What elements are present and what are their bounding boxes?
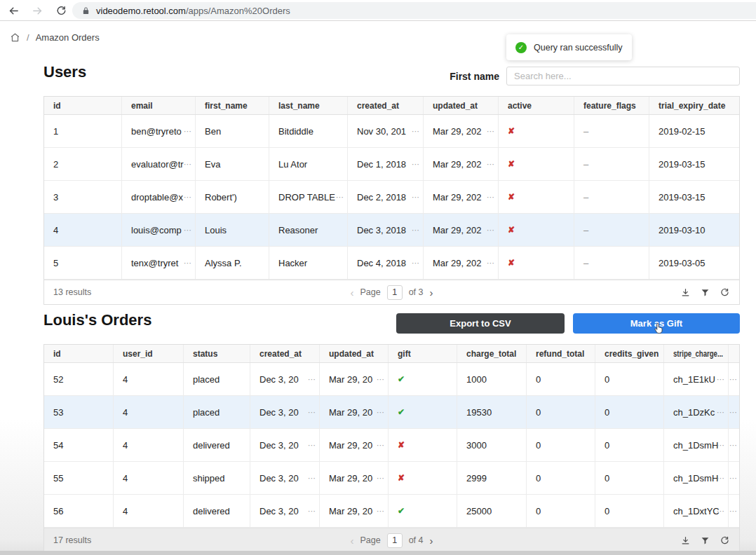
column-header[interactable]: trial_expiry_date <box>649 97 741 114</box>
table-cell: 4 <box>114 396 184 428</box>
column-header[interactable]: status <box>184 345 250 362</box>
table-cell: 2019-02-15 <box>649 115 741 147</box>
table-cell: 2 <box>44 148 122 180</box>
cross-icon: ✘ <box>398 473 405 483</box>
next-page-button[interactable]: › <box>430 535 433 547</box>
column-header[interactable] <box>729 345 741 362</box>
page: videodemo.retool.com/apps/Amazon%20Order… <box>0 0 756 555</box>
table-cell: Mar 29, 202⋯ <box>424 247 499 279</box>
cell-text: louis@comp <box>131 225 182 235</box>
table-row[interactable]: 544deliveredDec 3, 20⋯Mar 29, 20⋯✘300000… <box>44 429 739 462</box>
column-header[interactable]: id <box>44 97 122 114</box>
table-cell: 2019-03-15 <box>649 148 741 180</box>
cell-text: 53 <box>53 407 63 418</box>
cell-text: ch_1E1kU <box>673 374 715 385</box>
table-cell: 0 <box>595 429 664 461</box>
table-cell: ⋯ <box>729 363 741 395</box>
home-icon[interactable] <box>10 32 20 43</box>
table-cell: ✘ <box>499 214 574 246</box>
breadcrumb-current[interactable]: Amazon Orders <box>36 32 100 43</box>
column-header[interactable]: active <box>499 97 574 114</box>
filter-button[interactable] <box>701 288 710 297</box>
column-header[interactable]: id <box>44 345 114 362</box>
table-cell: Dec 2, 2018⋯ <box>348 181 424 213</box>
table-cell: Dec 3, 20⋯ <box>250 495 320 527</box>
table-row[interactable]: 1ben@tryreto⋯BenBitdiddleNov 30, 201⋯Mar… <box>44 115 739 148</box>
truncation-ellipsis-icon: ⋯ <box>184 160 191 168</box>
download-csv-button[interactable] <box>681 288 690 297</box>
page-number-input[interactable]: 1 <box>387 285 403 300</box>
table-row[interactable]: 564deliveredDec 3, 20⋯Mar 29, 20⋯✔250000… <box>44 495 739 528</box>
column-header[interactable]: stripe_charge... <box>664 345 729 362</box>
column-header[interactable]: updated_at <box>320 345 389 362</box>
column-header[interactable]: credits_given <box>595 345 664 362</box>
column-header[interactable]: last_name <box>269 97 348 114</box>
table-row[interactable]: 534placedDec 3, 20⋯Mar 29, 20⋯✔1953000ch… <box>44 396 739 429</box>
table-cell: ✘ <box>389 429 457 461</box>
table-cell: – <box>574 148 649 180</box>
filter-button[interactable] <box>701 536 710 545</box>
column-header[interactable]: first_name <box>196 97 269 114</box>
cross-icon: ✘ <box>508 159 515 169</box>
column-header[interactable]: feature_flags <box>574 97 649 114</box>
table-row[interactable]: 2evaluator@tr⋯EvaLu AtorDec 1, 2018⋯Mar … <box>44 148 739 181</box>
column-header[interactable]: created_at <box>348 97 424 114</box>
column-header[interactable]: created_at <box>250 345 320 362</box>
table-cell: DROP TABLE⋯ <box>269 181 348 213</box>
cell-text: Dec 3, 2018 <box>357 225 406 235</box>
next-page-button[interactable]: › <box>430 287 433 299</box>
url-bar[interactable]: videodemo.retool.com/apps/Amazon%20Order… <box>72 2 756 19</box>
table-cell: Mar 29, 20⋯ <box>320 396 389 428</box>
browser-refresh-button[interactable] <box>53 3 69 18</box>
column-header[interactable]: gift <box>389 345 457 362</box>
table-row[interactable]: 4louis@comp⋯LouisReasonerDec 3, 2018⋯Mar… <box>44 214 739 247</box>
page-number-input[interactable]: 1 <box>387 533 403 548</box>
column-header[interactable]: user_id <box>114 345 184 362</box>
cell-text: Mar 29, 202 <box>433 225 481 235</box>
table-cell: Dec 3, 2018⋯ <box>348 214 424 246</box>
cross-icon: ✘ <box>508 258 515 268</box>
prev-page-button[interactable]: ‹ <box>350 287 353 299</box>
table-cell: Reasoner <box>269 214 348 246</box>
cell-text: Alyssa P. <box>205 258 242 268</box>
table-cell: – <box>574 115 649 147</box>
export-csv-button[interactable]: Export to CSV <box>396 313 565 334</box>
table-cell: ✔ <box>389 363 457 395</box>
browser-back-button[interactable] <box>6 3 21 18</box>
truncation-ellipsis-icon: ⋯ <box>729 441 736 449</box>
cell-text: Dec 3, 20 <box>259 374 299 385</box>
table-row[interactable]: 524placedDec 3, 20⋯Mar 29, 20⋯✔100000ch_… <box>44 363 739 396</box>
table-cell: 4 <box>114 462 184 494</box>
table-cell: ben@tryreto⋯ <box>122 115 196 147</box>
cell-text: 0 <box>605 440 609 451</box>
table-cell: Mar 29, 202⋯ <box>424 214 499 246</box>
table-row[interactable]: 554shippedDec 3, 20⋯Mar 29, 20⋯✘299900ch… <box>44 462 739 495</box>
cell-text: 0 <box>536 374 541 385</box>
cell-text: Dec 1, 2018 <box>357 159 406 170</box>
prev-page-button[interactable]: ‹ <box>350 535 353 547</box>
column-header[interactable]: refund_total <box>527 345 595 362</box>
column-header[interactable]: email <box>122 97 196 114</box>
cell-text: delivered <box>193 440 230 451</box>
toast-message: Query ran successfully <box>534 43 622 53</box>
table-cell: 55 <box>44 462 114 494</box>
refresh-table-button[interactable] <box>720 536 729 545</box>
browser-forward-button[interactable] <box>29 3 45 18</box>
download-csv-button[interactable] <box>681 536 690 545</box>
column-header[interactable]: updated_at <box>424 97 499 114</box>
table-row[interactable]: 3droptable@x⋯Robert')DROP TABLE⋯Dec 2, 2… <box>44 181 739 214</box>
cell-text: 4 <box>53 225 58 235</box>
table-cell: Bitdiddle <box>269 115 348 147</box>
cross-icon: ✘ <box>398 440 405 450</box>
table-cell: 1000 <box>457 363 527 395</box>
table-cell: Dec 4, 2018⋯ <box>348 247 424 279</box>
table-cell: ⋯ <box>729 462 741 494</box>
first-name-filter-label: First name <box>387 71 499 82</box>
refresh-table-button[interactable] <box>720 288 729 297</box>
table-cell: 2999 <box>457 462 527 494</box>
first-name-search-input[interactable] <box>506 67 740 85</box>
table-row[interactable]: 5tenx@tryret⋯Alyssa P.HackerDec 4, 2018⋯… <box>44 247 739 280</box>
cell-text: Mar 29, 20 <box>329 374 372 385</box>
column-header[interactable]: charge_total <box>457 345 527 362</box>
table-refresh-icon <box>720 288 729 297</box>
